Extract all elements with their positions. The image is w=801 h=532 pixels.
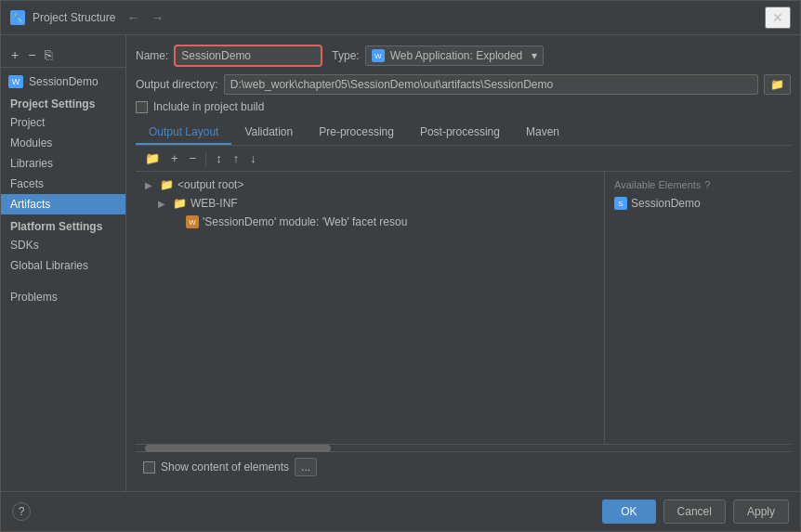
artifact-header: Name: Type: W Web Application: Exploded … [136, 45, 791, 67]
type-select[interactable]: W Web Application: Exploded ▾ [365, 45, 545, 66]
footer-right: OK Cancel Apply [602, 500, 789, 524]
footer-left: ? [12, 502, 31, 521]
dialog-title: Project Structure [33, 11, 115, 24]
help-button[interactable]: ? [12, 502, 31, 521]
expand-arrow-webinf: ▶ [158, 199, 169, 209]
output-add-button[interactable]: + [167, 149, 182, 167]
show-content-label: Show content of elements [161, 461, 289, 474]
main-content: + − ⎘ W SessionDemo Project Settings Pro… [1, 35, 800, 491]
sidebar-item-project[interactable]: Project [1, 112, 125, 133]
webinf-folder-icon: 📁 [173, 197, 187, 210]
split-pane: ▶ 📁 <output root> ▶ 📁 WEB-INF ▶ W [136, 172, 791, 444]
tab-maven[interactable]: Maven [513, 121, 572, 145]
project-structure-dialog: 🔧 Project Structure ← → ✕ + − ⎘ W Sessio… [0, 0, 801, 532]
output-root-label: <output root> [177, 178, 243, 191]
project-item-label: SessionDemo [29, 75, 98, 88]
tab-validation[interactable]: Validation [231, 121, 306, 145]
ok-button[interactable]: OK [602, 500, 655, 524]
dialog-footer: ? OK Cancel Apply [1, 491, 800, 531]
apply-button[interactable]: Apply [733, 500, 789, 524]
webinf-label: WEB-INF [190, 197, 238, 210]
include-row: Include in project build [136, 100, 791, 113]
sidebar-item-problems[interactable]: Problems [1, 287, 125, 307]
bottom-bar: Show content of elements ... [136, 451, 791, 482]
output-folder-button[interactable]: 📁 [141, 149, 164, 167]
output-sort-button[interactable]: ↕ [212, 149, 226, 167]
toolbar-separator [205, 151, 206, 166]
type-label: Type: [332, 49, 359, 62]
type-value: Web Application: Exploded [390, 49, 523, 62]
output-layout-tree: ▶ 📁 <output root> ▶ 📁 WEB-INF ▶ W [136, 172, 605, 444]
sidebar-toolbar: + − ⎘ [1, 43, 125, 68]
project-icon: W [8, 75, 23, 88]
output-up-button[interactable]: ↑ [230, 149, 243, 167]
sidebar-copy-button[interactable]: ⎘ [42, 46, 55, 63]
available-elements-header: Available Elements ? [605, 175, 791, 194]
tree-item-session-module[interactable]: ▶ W 'SessionDemo' module: 'Web' facet re… [136, 213, 604, 231]
artifact-content: Name: Type: W Web Application: Exploded … [126, 35, 800, 491]
available-item-label: SessionDemo [631, 197, 701, 210]
sidebar-item-global-libraries[interactable]: Global Libraries [1, 255, 125, 276]
output-dir-input[interactable] [224, 74, 758, 95]
tab-post-processing[interactable]: Post-processing [407, 121, 513, 145]
output-root-icon: 📁 [160, 178, 174, 191]
show-content-row: Show content of elements [143, 461, 289, 474]
name-input[interactable] [174, 45, 322, 67]
name-label: Name: [136, 49, 168, 62]
tabs-bar: Output Layout Validation Pre-processing … [136, 121, 791, 146]
name-field-group: Name: [136, 45, 322, 67]
nav-buttons: ← → [123, 8, 167, 27]
title-bar-left: 🔧 Project Structure ← → [10, 8, 167, 27]
output-down-button[interactable]: ↓ [246, 149, 260, 167]
module-file-icon: W [186, 215, 199, 228]
cancel-button[interactable]: Cancel [663, 500, 726, 524]
available-help-icon[interactable]: ? [704, 179, 710, 190]
available-elements-pane: Available Elements ? S SessionDemo [605, 172, 791, 444]
scrollbar-thumb[interactable] [145, 445, 331, 452]
sidebar-item-facets[interactable]: Facets [1, 174, 125, 194]
tab-pre-processing[interactable]: Pre-processing [306, 121, 407, 145]
section-platform-settings: Platform Settings [1, 214, 125, 235]
session-module-label: 'SessionDemo' module: 'Web' facet resou [203, 215, 407, 228]
available-item-session-demo[interactable]: S SessionDemo [605, 194, 791, 213]
back-button[interactable]: ← [123, 8, 143, 27]
sidebar-item-libraries[interactable]: Libraries [1, 153, 125, 174]
sidebar-item-modules[interactable]: Modules [1, 133, 125, 153]
sidebar-item-artifacts[interactable]: Artifacts [1, 194, 125, 214]
type-field-group: Type: W Web Application: Exploded ▾ [332, 45, 544, 66]
available-item-icon: S [614, 197, 627, 210]
include-label: Include in project build [153, 100, 264, 113]
tab-content: 📁 + − ↕ ↑ ↓ ▶ 📁 <output [136, 146, 791, 482]
close-button[interactable]: ✕ [765, 6, 791, 29]
browse-button[interactable]: 📁 [764, 74, 791, 95]
include-checkbox[interactable] [136, 101, 148, 113]
output-dir-label: Output directory: [136, 78, 218, 91]
sidebar-item-sdks[interactable]: SDKs [1, 235, 125, 255]
ellipsis-button[interactable]: ... [295, 458, 317, 476]
dialog-icon: 🔧 [10, 10, 25, 25]
sidebar-add-button[interactable]: + [8, 46, 21, 63]
type-icon: W [372, 49, 385, 62]
expand-arrow: ▶ [145, 180, 156, 190]
show-content-checkbox[interactable] [143, 461, 155, 474]
tab-output-layout[interactable]: Output Layout [136, 121, 231, 145]
horizontal-scrollbar[interactable] [136, 444, 791, 451]
tree-item-output-root[interactable]: ▶ 📁 <output root> [136, 175, 604, 194]
tree-item-webinf[interactable]: ▶ 📁 WEB-INF [136, 194, 604, 213]
forward-button[interactable]: → [147, 8, 167, 27]
output-layout-toolbar: 📁 + − ↕ ↑ ↓ [136, 146, 791, 172]
type-dropdown-icon: ▾ [532, 49, 537, 62]
sidebar: + − ⎘ W SessionDemo Project Settings Pro… [1, 35, 126, 491]
sidebar-project-item[interactable]: W SessionDemo [1, 71, 125, 92]
output-remove-button[interactable]: − [186, 149, 201, 167]
title-bar: 🔧 Project Structure ← → ✕ [1, 1, 800, 35]
section-project-settings: Project Settings [1, 92, 125, 112]
output-dir-row: Output directory: 📁 [136, 74, 791, 95]
sidebar-remove-button[interactable]: − [25, 46, 38, 63]
